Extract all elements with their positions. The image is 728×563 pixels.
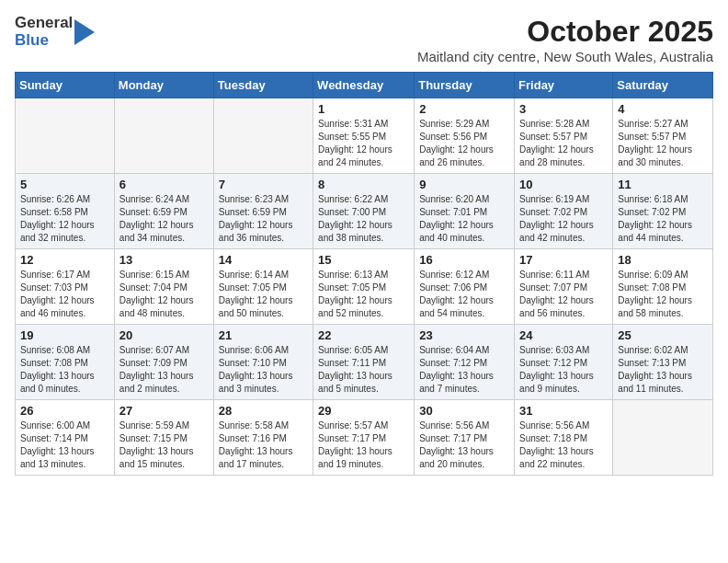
- day-info: Sunrise: 6:13 AMSunset: 7:05 PMDaylight:…: [318, 269, 409, 320]
- day-number: 12: [20, 253, 109, 267]
- day-number: 18: [618, 253, 708, 267]
- calendar-day-cell: 13Sunrise: 6:15 AMSunset: 7:04 PMDayligh…: [114, 249, 213, 325]
- weekday-header-tuesday: Tuesday: [213, 73, 313, 98]
- calendar-day-cell: [16, 98, 115, 174]
- day-info: Sunrise: 6:11 AMSunset: 7:07 PMDaylight:…: [519, 269, 608, 320]
- calendar-week-row: 1Sunrise: 5:31 AMSunset: 5:55 PMDaylight…: [16, 98, 713, 174]
- day-info: Sunrise: 5:28 AMSunset: 5:57 PMDaylight:…: [519, 118, 608, 169]
- day-number: 17: [519, 253, 608, 267]
- calendar-day-cell: 18Sunrise: 6:09 AMSunset: 7:08 PMDayligh…: [613, 249, 713, 325]
- day-info: Sunrise: 5:57 AMSunset: 7:17 PMDaylight:…: [318, 419, 409, 471]
- calendar-day-cell: 20Sunrise: 6:07 AMSunset: 7:09 PMDayligh…: [114, 325, 213, 400]
- calendar-day-cell: [613, 400, 713, 476]
- day-number: 19: [20, 328, 109, 342]
- day-number: 21: [219, 328, 308, 342]
- calendar-day-cell: 12Sunrise: 6:17 AMSunset: 7:03 PMDayligh…: [16, 249, 115, 325]
- day-number: 23: [419, 328, 509, 342]
- day-info: Sunrise: 6:06 AMSunset: 7:10 PMDaylight:…: [219, 344, 308, 396]
- calendar-title: October 2025: [417, 15, 713, 49]
- day-info: Sunrise: 5:56 AMSunset: 7:17 PMDaylight:…: [419, 419, 509, 471]
- calendar-day-cell: 14Sunrise: 6:14 AMSunset: 7:05 PMDayligh…: [213, 249, 313, 325]
- day-number: 30: [419, 404, 509, 418]
- calendar-day-cell: 2Sunrise: 5:29 AMSunset: 5:56 PMDaylight…: [415, 98, 515, 174]
- day-info: Sunrise: 6:14 AMSunset: 7:05 PMDaylight:…: [219, 269, 308, 320]
- day-info: Sunrise: 5:31 AMSunset: 5:55 PMDaylight:…: [318, 118, 409, 169]
- logo: General Blue: [15, 15, 95, 49]
- calendar-day-cell: 27Sunrise: 5:59 AMSunset: 7:15 PMDayligh…: [114, 400, 213, 476]
- calendar-day-cell: 6Sunrise: 6:24 AMSunset: 6:59 PMDaylight…: [114, 174, 213, 249]
- calendar-week-row: 19Sunrise: 6:08 AMSunset: 7:08 PMDayligh…: [16, 325, 713, 400]
- calendar-day-cell: 11Sunrise: 6:18 AMSunset: 7:02 PMDayligh…: [613, 174, 713, 249]
- calendar-day-cell: 19Sunrise: 6:08 AMSunset: 7:08 PMDayligh…: [16, 325, 115, 400]
- logo-blue-text: Blue: [15, 32, 49, 50]
- weekday-header-thursday: Thursday: [415, 73, 515, 98]
- day-info: Sunrise: 6:00 AMSunset: 7:14 PMDaylight:…: [20, 419, 109, 471]
- title-block: October 2025 Maitland city centre, New S…: [417, 15, 713, 64]
- day-number: 10: [519, 178, 608, 191]
- day-info: Sunrise: 6:02 AMSunset: 7:13 PMDaylight:…: [618, 344, 708, 396]
- day-number: 8: [318, 178, 409, 191]
- day-info: Sunrise: 6:12 AMSunset: 7:06 PMDaylight:…: [419, 269, 509, 320]
- day-info: Sunrise: 6:08 AMSunset: 7:08 PMDaylight:…: [20, 344, 109, 396]
- calendar-week-row: 5Sunrise: 6:26 AMSunset: 6:58 PMDaylight…: [16, 174, 713, 249]
- calendar-day-cell: [114, 98, 213, 174]
- day-number: 29: [318, 404, 409, 418]
- day-info: Sunrise: 5:27 AMSunset: 5:57 PMDaylight:…: [618, 118, 708, 169]
- calendar-day-cell: 10Sunrise: 6:19 AMSunset: 7:02 PMDayligh…: [515, 174, 613, 249]
- calendar-day-cell: 15Sunrise: 6:13 AMSunset: 7:05 PMDayligh…: [313, 249, 415, 325]
- calendar-day-cell: 24Sunrise: 6:03 AMSunset: 7:12 PMDayligh…: [515, 325, 613, 400]
- calendar-day-cell: 17Sunrise: 6:11 AMSunset: 7:07 PMDayligh…: [515, 249, 613, 325]
- day-info: Sunrise: 5:56 AMSunset: 7:18 PMDaylight:…: [519, 419, 608, 471]
- calendar-day-cell: 1Sunrise: 5:31 AMSunset: 5:55 PMDaylight…: [313, 98, 415, 174]
- calendar-day-cell: 29Sunrise: 5:57 AMSunset: 7:17 PMDayligh…: [313, 400, 415, 476]
- calendar-day-cell: 26Sunrise: 6:00 AMSunset: 7:14 PMDayligh…: [16, 400, 115, 476]
- calendar-week-row: 12Sunrise: 6:17 AMSunset: 7:03 PMDayligh…: [16, 249, 713, 325]
- day-number: 9: [419, 178, 509, 191]
- logo-general-text: General: [15, 15, 73, 32]
- day-info: Sunrise: 6:19 AMSunset: 7:02 PMDaylight:…: [519, 193, 608, 245]
- day-info: Sunrise: 6:03 AMSunset: 7:12 PMDaylight:…: [519, 344, 608, 396]
- day-info: Sunrise: 6:05 AMSunset: 7:11 PMDaylight:…: [318, 344, 409, 396]
- day-info: Sunrise: 5:29 AMSunset: 5:56 PMDaylight:…: [419, 118, 509, 169]
- day-number: 11: [618, 178, 708, 191]
- day-number: 2: [419, 102, 509, 116]
- calendar-day-cell: 25Sunrise: 6:02 AMSunset: 7:13 PMDayligh…: [613, 325, 713, 400]
- page-header: General Blue October 2025 Maitland city …: [15, 15, 713, 64]
- day-number: 26: [20, 404, 109, 418]
- day-number: 3: [519, 102, 608, 116]
- day-info: Sunrise: 6:24 AMSunset: 6:59 PMDaylight:…: [119, 193, 209, 245]
- calendar-table: SundayMondayTuesdayWednesdayThursdayFrid…: [15, 72, 713, 476]
- day-info: Sunrise: 6:04 AMSunset: 7:12 PMDaylight:…: [419, 344, 509, 396]
- logo-arrow-icon: [74, 16, 95, 49]
- svg-marker-0: [74, 19, 95, 45]
- calendar-day-cell: 31Sunrise: 5:56 AMSunset: 7:18 PMDayligh…: [515, 400, 613, 476]
- day-number: 6: [119, 178, 209, 191]
- day-number: 16: [419, 253, 509, 267]
- weekday-header-row: SundayMondayTuesdayWednesdayThursdayFrid…: [16, 73, 713, 98]
- weekday-header-wednesday: Wednesday: [313, 73, 415, 98]
- calendar-day-cell: 30Sunrise: 5:56 AMSunset: 7:17 PMDayligh…: [415, 400, 515, 476]
- calendar-day-cell: 22Sunrise: 6:05 AMSunset: 7:11 PMDayligh…: [313, 325, 415, 400]
- day-number: 4: [618, 102, 708, 116]
- day-info: Sunrise: 6:15 AMSunset: 7:04 PMDaylight:…: [119, 269, 209, 320]
- day-number: 24: [519, 328, 608, 342]
- weekday-header-saturday: Saturday: [613, 73, 713, 98]
- calendar-day-cell: 23Sunrise: 6:04 AMSunset: 7:12 PMDayligh…: [415, 325, 515, 400]
- day-number: 14: [219, 253, 308, 267]
- day-number: 22: [318, 328, 409, 342]
- day-info: Sunrise: 6:26 AMSunset: 6:58 PMDaylight:…: [20, 193, 109, 245]
- day-number: 5: [20, 178, 109, 191]
- weekday-header-monday: Monday: [114, 73, 213, 98]
- day-info: Sunrise: 5:59 AMSunset: 7:15 PMDaylight:…: [119, 419, 209, 471]
- calendar-day-cell: 16Sunrise: 6:12 AMSunset: 7:06 PMDayligh…: [415, 249, 515, 325]
- calendar-day-cell: 7Sunrise: 6:23 AMSunset: 6:59 PMDaylight…: [213, 174, 313, 249]
- day-number: 1: [318, 102, 409, 116]
- calendar-day-cell: [213, 98, 313, 174]
- weekday-header-friday: Friday: [515, 73, 613, 98]
- day-number: 15: [318, 253, 409, 267]
- day-number: 31: [519, 404, 608, 418]
- calendar-day-cell: 3Sunrise: 5:28 AMSunset: 5:57 PMDaylight…: [515, 98, 613, 174]
- day-info: Sunrise: 6:22 AMSunset: 7:00 PMDaylight:…: [318, 193, 409, 245]
- day-number: 25: [618, 328, 708, 342]
- day-info: Sunrise: 6:20 AMSunset: 7:01 PMDaylight:…: [419, 193, 509, 245]
